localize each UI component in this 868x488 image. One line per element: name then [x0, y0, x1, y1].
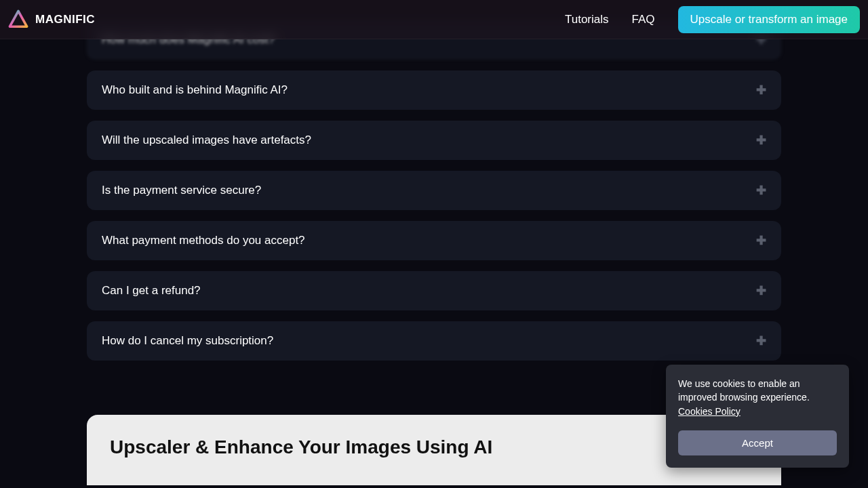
faq-question: Will the upscaled images have artefacts?: [102, 134, 311, 147]
faq-question: How do I cancel my subscription?: [102, 334, 273, 348]
plus-icon: ✚: [756, 283, 766, 298]
cookie-message: We use cookies to enable an improved bro…: [678, 378, 810, 403]
cookie-text: We use cookies to enable an improved bro…: [678, 377, 837, 418]
nav-faq[interactable]: FAQ: [632, 13, 655, 26]
article-title: Upscaler & Enhance Your Images Using AI: [110, 436, 758, 458]
plus-icon: ✚: [756, 233, 766, 248]
plus-icon: ✚: [756, 133, 766, 148]
plus-icon: ✚: [756, 183, 766, 198]
faq-list: How much does Magnific AI cost? ✚ Who bu…: [87, 20, 781, 361]
faq-question: What payment methods do you accept?: [102, 234, 305, 247]
faq-item[interactable]: Can I get a refund? ✚: [87, 271, 781, 310]
cookie-accept-button[interactable]: Accept: [678, 430, 837, 455]
faq-item[interactable]: What payment methods do you accept? ✚: [87, 221, 781, 260]
upscale-cta-button[interactable]: Upscale or transform an image: [678, 6, 860, 33]
faq-item[interactable]: Who built and is behind Magnific AI? ✚: [87, 70, 781, 110]
plus-icon: ✚: [756, 83, 766, 98]
site-header: MAGNIFIC Tutorials FAQ Upscale or transf…: [0, 0, 868, 39]
logo-wrap[interactable]: MAGNIFIC: [8, 9, 95, 30]
faq-item[interactable]: Is the payment service secure? ✚: [87, 171, 781, 210]
triangle-logo-icon: [8, 9, 28, 30]
nav-tutorials[interactable]: Tutorials: [565, 13, 609, 26]
faq-item[interactable]: Will the upscaled images have artefacts?…: [87, 121, 781, 160]
faq-question: Is the payment service secure?: [102, 184, 261, 197]
faq-question: Who built and is behind Magnific AI?: [102, 83, 288, 97]
faq-item[interactable]: How do I cancel my subscription? ✚: [87, 321, 781, 361]
brand-text: MAGNIFIC: [35, 13, 95, 26]
cookies-policy-link[interactable]: Cookies Policy: [678, 406, 741, 417]
cookie-banner: We use cookies to enable an improved bro…: [666, 365, 849, 468]
plus-icon: ✚: [756, 333, 766, 348]
faq-question: Can I get a refund?: [102, 284, 201, 298]
top-nav: Tutorials FAQ Upscale or transform an im…: [565, 6, 860, 33]
